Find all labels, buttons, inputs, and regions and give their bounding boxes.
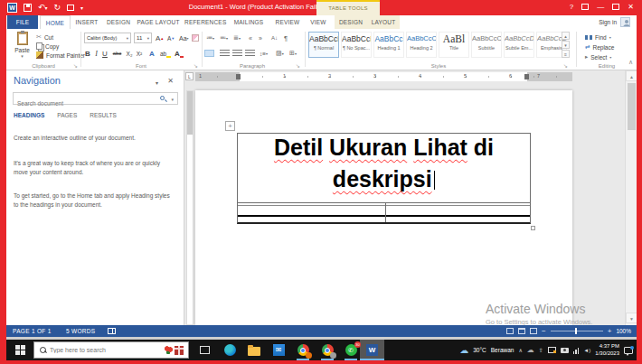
decrease-indent-button[interactable]: «: [249, 33, 252, 43]
page-indicator[interactable]: PAGE 1 OF 1: [13, 325, 52, 337]
search-dropdown-icon[interactable]: ▾: [171, 97, 174, 102]
save-icon[interactable]: [24, 4, 32, 12]
weather-condition[interactable]: Berawan: [491, 347, 515, 353]
replace-button[interactable]: ⇄Replace: [585, 42, 614, 51]
align-center-button[interactable]: [220, 48, 230, 59]
taskbar-search-box[interactable]: [33, 341, 189, 359]
font-family-select[interactable]: Calibri (Body)▾: [84, 33, 131, 43]
subscript-button[interactable]: X₂: [125, 48, 134, 59]
table-move-handle[interactable]: +: [225, 121, 235, 131]
tab-view[interactable]: VIEW: [306, 15, 331, 29]
sign-in-link[interactable]: Sign in: [599, 15, 617, 29]
format-painter-button[interactable]: Format Painter: [36, 51, 85, 60]
file-explorer-button[interactable]: [242, 340, 266, 360]
grow-font-button[interactable]: A▲: [156, 33, 164, 43]
show-paragraph-marks-button[interactable]: ¶: [284, 33, 288, 43]
word-taskbar-button[interactable]: W: [360, 340, 384, 360]
redo-icon[interactable]: ↻: [54, 3, 61, 13]
help-icon[interactable]: ?: [570, 3, 573, 11]
style-subtitle[interactable]: AaBbCcCSubtitle: [471, 32, 502, 58]
word-count[interactable]: 5 WORDS: [66, 325, 95, 337]
style-heading1[interactable]: AaBbCcHeading 1: [373, 32, 404, 58]
hidden-icons-chevron[interactable]: ∧: [518, 346, 522, 355]
strikethrough-button[interactable]: abc: [111, 48, 123, 59]
print-layout-icon[interactable]: [518, 328, 525, 334]
task-view-button[interactable]: [193, 340, 216, 360]
shrink-font-button[interactable]: A▼: [167, 33, 175, 43]
line-spacing-button[interactable]: ↕≡▾: [260, 48, 268, 59]
styles-dialog-launcher[interactable]: ↘: [563, 62, 568, 69]
style-heading2[interactable]: AaBbCcCHeading 2: [406, 32, 437, 58]
navigation-options-icon[interactable]: ▾: [156, 79, 158, 86]
onedrive-cloud-icon[interactable]: ☁: [527, 346, 534, 355]
right-indent-marker[interactable]: [524, 74, 529, 79]
document-page[interactable]: + Detil Ukuran Lihat di deskripsi: [195, 90, 572, 325]
camera-tray-icon[interactable]: [561, 348, 569, 353]
zoom-level[interactable]: 100%: [616, 328, 631, 334]
mail-button[interactable]: ✉: [267, 340, 290, 360]
font-color-button[interactable]: A: [175, 48, 184, 59]
styles-scroll-down-icon[interactable]: ▾: [562, 41, 570, 49]
tab-review[interactable]: REVIEW: [272, 15, 303, 29]
tab-stop-selector[interactable]: L: [185, 72, 194, 80]
style-title[interactable]: AaBlTitle: [439, 32, 469, 58]
style-normal[interactable]: AaBbCcDc¶ Normal: [308, 32, 339, 58]
table-resize-handle[interactable]: [531, 226, 535, 230]
zoom-slider-thumb[interactable]: [575, 328, 577, 334]
tab-references[interactable]: REFERENCES: [184, 15, 226, 29]
underline-button[interactable]: U: [101, 48, 109, 59]
close-icon[interactable]: ✕: [628, 3, 634, 11]
scroll-up-icon[interactable]: ▲: [626, 70, 637, 81]
change-case-button[interactable]: Aa▾: [179, 33, 189, 43]
copy-button[interactable]: Copy: [36, 42, 59, 51]
align-left-button[interactable]: [204, 48, 214, 59]
zoom-in-icon[interactable]: +: [608, 325, 612, 337]
touch-mode-icon[interactable]: [67, 5, 74, 11]
paste-button[interactable]: Paste ▾: [11, 32, 33, 66]
network-icon[interactable]: [573, 347, 580, 354]
horizontal-ruler[interactable]: 1 1 2 3 4 5 6 7: [195, 72, 572, 81]
tab-home[interactable]: HOME: [40, 15, 71, 29]
nav-tab-results[interactable]: RESULTS: [90, 112, 117, 118]
zoom-out-icon[interactable]: −: [542, 325, 546, 337]
multilevel-list-button[interactable]: ≣▾: [233, 33, 241, 43]
vertical-scrollbar[interactable]: ▲ ▼: [625, 70, 637, 325]
chrome-button-1[interactable]: [291, 340, 315, 360]
search-document-input[interactable]: [14, 98, 149, 109]
sort-button[interactable]: A↓: [271, 33, 278, 43]
restore-icon[interactable]: [612, 4, 619, 10]
action-center-icon[interactable]: [624, 347, 633, 354]
tab-page-layout[interactable]: PAGE LAYOUT: [136, 15, 181, 29]
styles-more-icon[interactable]: ≡: [562, 50, 570, 58]
edge-button[interactable]: [218, 340, 241, 360]
display-tray-icon[interactable]: [548, 347, 556, 353]
style-no-spacing[interactable]: AaBbCcDc¶ No Spac...: [341, 32, 372, 58]
paragraph-dialog-launcher[interactable]: ↘: [296, 62, 300, 69]
tab-table-design[interactable]: DESIGN: [335, 15, 366, 29]
scroll-down-icon[interactable]: ▼: [626, 313, 637, 323]
font-dialog-launcher[interactable]: ↘: [194, 62, 198, 69]
tab-mailings[interactable]: MAILINGS: [231, 15, 267, 29]
document-table[interactable]: + Detil Ukuran Lihat di deskripsi: [237, 133, 531, 224]
select-button[interactable]: ▸Select▾: [585, 52, 611, 61]
volume-icon[interactable]: ◄): [583, 346, 590, 355]
italic-button[interactable]: I: [93, 48, 99, 59]
document-title-line2[interactable]: deskripsi: [238, 166, 530, 197]
scrollbar-thumb[interactable]: [628, 83, 636, 130]
numbering-button[interactable]: ≕▾: [220, 33, 228, 43]
font-size-select[interactable]: 11▾: [134, 33, 152, 43]
clipboard-dialog-launcher[interactable]: ↘: [73, 62, 78, 69]
tab-design[interactable]: DESIGN: [104, 15, 133, 29]
taskbar-search-input[interactable]: [46, 346, 165, 354]
account-avatar[interactable]: [620, 17, 630, 27]
align-right-button[interactable]: [232, 48, 242, 59]
text-effects-button[interactable]: A: [147, 48, 156, 59]
shading-button[interactable]: ▨▾: [276, 48, 284, 59]
style-subtle-emphasis[interactable]: AaBbCcDiSubtle Em...: [504, 32, 534, 58]
nav-tab-pages[interactable]: PAGES: [57, 112, 77, 118]
search-magnifier-icon[interactable]: [160, 96, 165, 100]
bold-button[interactable]: B: [84, 48, 91, 59]
superscript-button[interactable]: X²: [135, 48, 144, 59]
justify-button[interactable]: [245, 48, 255, 59]
weather-cloud-icon[interactable]: ☁: [459, 346, 468, 355]
